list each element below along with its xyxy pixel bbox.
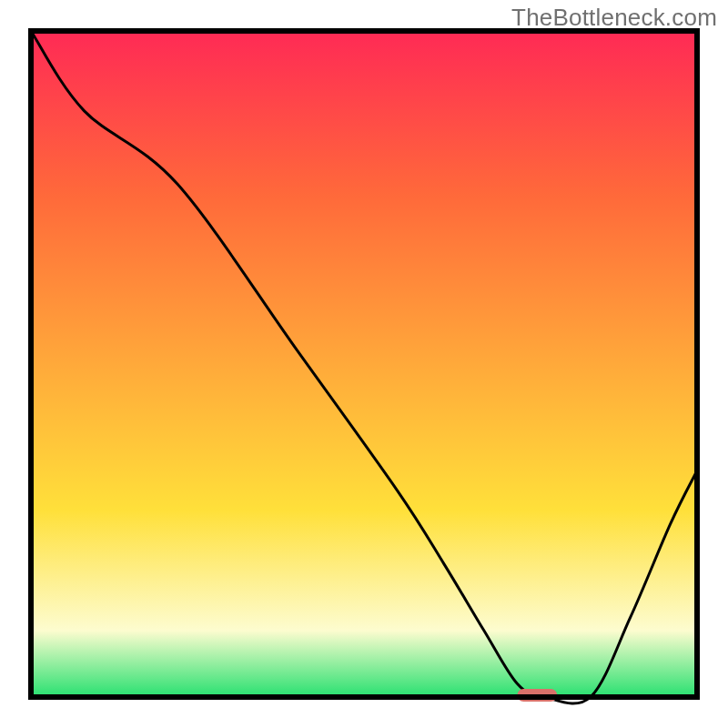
bottleneck-chart [0, 0, 728, 728]
chart-frame: TheBottleneck.com [0, 0, 728, 728]
watermark-text: TheBottleneck.com [511, 4, 717, 32]
plot-background [31, 31, 697, 697]
